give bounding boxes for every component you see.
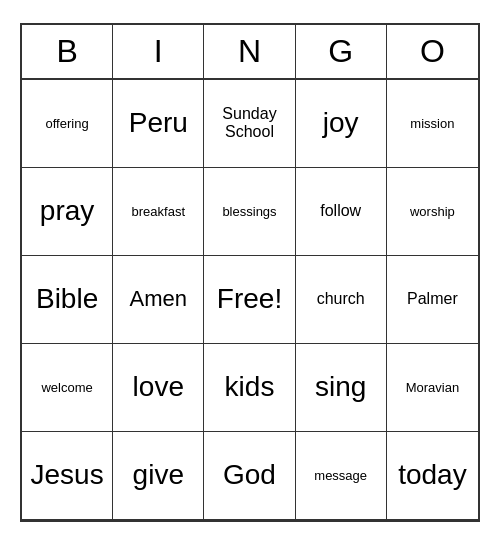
cell-r1-c1[interactable]: breakfast: [113, 168, 204, 256]
bingo-header: BINGO: [22, 25, 478, 80]
header-letter-N: N: [204, 25, 295, 78]
cell-r3-c0[interactable]: welcome: [22, 344, 113, 432]
cell-r1-c4[interactable]: worship: [387, 168, 478, 256]
cell-r1-c0[interactable]: pray: [22, 168, 113, 256]
cell-r3-c1[interactable]: love: [113, 344, 204, 432]
cell-r2-c1[interactable]: Amen: [113, 256, 204, 344]
cell-r4-c4[interactable]: today: [387, 432, 478, 520]
cell-r3-c3[interactable]: sing: [296, 344, 387, 432]
header-letter-G: G: [296, 25, 387, 78]
cell-r4-c3[interactable]: message: [296, 432, 387, 520]
cell-r4-c2[interactable]: God: [204, 432, 295, 520]
header-letter-I: I: [113, 25, 204, 78]
cell-r2-c3[interactable]: church: [296, 256, 387, 344]
cell-r0-c1[interactable]: Peru: [113, 80, 204, 168]
cell-r0-c0[interactable]: offering: [22, 80, 113, 168]
cell-r2-c2[interactable]: Free!: [204, 256, 295, 344]
bingo-grid: offeringPeruSunday Schooljoymissionprayb…: [22, 80, 478, 520]
cell-r3-c4[interactable]: Moravian: [387, 344, 478, 432]
cell-r0-c4[interactable]: mission: [387, 80, 478, 168]
cell-r0-c2[interactable]: Sunday School: [204, 80, 295, 168]
cell-r2-c0[interactable]: Bible: [22, 256, 113, 344]
bingo-card: BINGO offeringPeruSunday Schooljoymissio…: [20, 23, 480, 522]
cell-r4-c1[interactable]: give: [113, 432, 204, 520]
cell-r2-c4[interactable]: Palmer: [387, 256, 478, 344]
header-letter-O: O: [387, 25, 478, 78]
cell-r1-c2[interactable]: blessings: [204, 168, 295, 256]
cell-r0-c3[interactable]: joy: [296, 80, 387, 168]
cell-r3-c2[interactable]: kids: [204, 344, 295, 432]
cell-r4-c0[interactable]: Jesus: [22, 432, 113, 520]
cell-r1-c3[interactable]: follow: [296, 168, 387, 256]
header-letter-B: B: [22, 25, 113, 78]
